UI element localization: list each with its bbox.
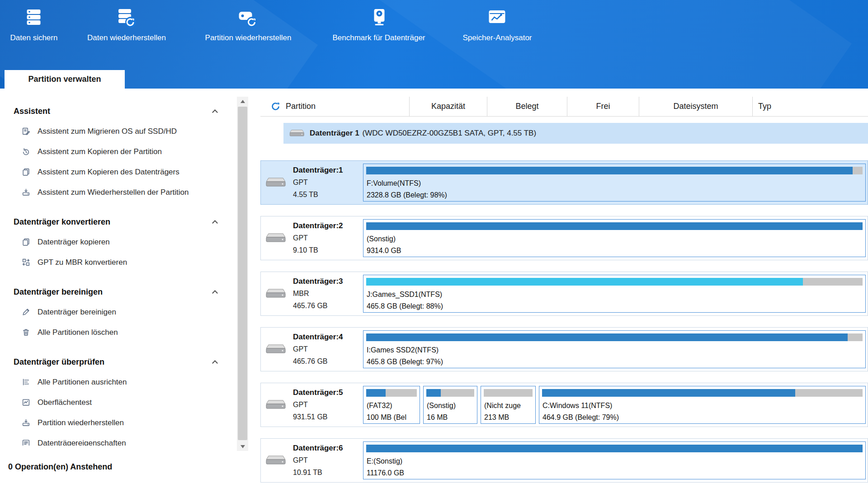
disk-row-6[interactable]: Datenträger:6 GPT 10.91 TB E:(Sonstig) 1…	[260, 438, 868, 483]
sidebar-item-copy-disk[interactable]: Datenträger kopieren	[0, 232, 237, 252]
partition-j-games-ssd1[interactable]: J:Games_SSD1(NTFS) 465.8 GB (Belegt: 88%…	[363, 275, 866, 313]
scrollbar-down-button[interactable]	[237, 442, 248, 451]
hdd-icon	[265, 455, 286, 466]
column-header-typ: Typ	[753, 97, 868, 116]
hdd-icon	[265, 177, 286, 188]
sidebar-scrollbar[interactable]	[237, 97, 248, 451]
section-header-ueberpruefen[interactable]: Datenträger überprüfen	[0, 352, 237, 372]
partition-i-games-ssd2[interactable]: I:Games SSD2(NTFS) 465.8 GB (Belegt: 97%…	[363, 330, 866, 368]
disk-row-2[interactable]: Datenträger:2 GPT 9.10 TB (Sonstig) 9314…	[260, 216, 868, 260]
usage-bar	[426, 389, 474, 397]
partition-label: J:Games_SSD1(NTFS)	[363, 289, 865, 300]
partition-label: (FAT32)	[363, 400, 420, 412]
section-header-konvertieren[interactable]: Datenträger konvertieren	[0, 212, 237, 232]
section-title: Datenträger überprüfen	[14, 357, 104, 366]
sidebar-item-label: Datenträger bereinigen	[38, 308, 116, 317]
section-header-bereinigen[interactable]: Datenträger bereinigen	[0, 282, 237, 302]
disk-row-1[interactable]: Datenträger:1 GPT 4.55 TB F:Volume(NTFS)…	[260, 160, 868, 205]
partition-sonstig-16mb[interactable]: (Sonstig) 16 MB	[423, 386, 477, 424]
ribbon-item-benchmark[interactable]: Benchmark für Datenträger	[332, 5, 425, 42]
scrollbar-up-button[interactable]	[237, 97, 248, 106]
sidebar-item-gpt-zu-mbr[interactable]: GPT zu MBR konvertieren	[0, 252, 237, 272]
chevron-up-icon	[212, 290, 218, 296]
disk-meta: Datenträger:6 GPT 10.91 TB	[293, 439, 356, 482]
sidebar-item-surface-test[interactable]: Oberflächentest	[0, 392, 237, 413]
disk-row-4[interactable]: Datenträger:4 GPT 465.76 GB I:Games SSD2…	[260, 327, 868, 371]
surface-test-icon	[21, 398, 31, 407]
disk-partition-table: MBR	[293, 287, 356, 300]
disk-size: 9.10 TB	[293, 244, 356, 256]
sidebar-item-recover-partition-wizard[interactable]: Assistent zum Wiederherstellen der Parti…	[0, 182, 237, 202]
chevron-up-icon	[212, 360, 218, 366]
align-icon	[21, 378, 31, 386]
column-header-kapazitaet: Kapazität	[410, 97, 487, 116]
partition-fat32[interactable]: (FAT32) 100 MB (Bel	[363, 386, 420, 424]
partition-label: I:Games SSD2(NTFS)	[363, 344, 865, 356]
sidebar-item-label: Alle Partitionen löschen	[38, 328, 118, 337]
column-header-frei: Frei	[567, 97, 639, 116]
disk-summary-details: (WDC WD50EZRZ-00GZ5B1 SATA, GPT, 4.55 TB…	[363, 129, 536, 138]
disk-partition-table: GPT	[293, 454, 356, 466]
usage-bar	[366, 167, 863, 174]
disk-meta: Datenträger:3 MBR 465.76 GB	[293, 272, 356, 315]
disk-partition-table: GPT	[293, 343, 356, 355]
hdd-icon	[289, 129, 304, 137]
disk-name: Datenträger:1	[293, 164, 356, 176]
ribbon-item-partition-wiederherstellen[interactable]: Partition wiederherstellen	[205, 5, 292, 42]
partition-info: 464.9 GB (Belegt: 79%)	[539, 412, 865, 423]
partition-f-volume[interactable]: F:Volume(NTFS) 2328.8 GB (Belegt: 98%)	[363, 164, 866, 202]
partition-info: 9314.0 GB	[363, 245, 865, 257]
refresh-button[interactable]	[269, 101, 281, 113]
disk-name: Datenträger:6	[293, 442, 356, 454]
partition-unallocated[interactable]: (Nicht zuge 213 MB	[481, 386, 536, 424]
sidebar-item-label: Assistent zum Kopieren der Partition	[38, 147, 162, 156]
column-header-partition: Partition	[260, 97, 410, 116]
disk-partition-table: GPT	[293, 232, 356, 244]
ribbon-item-speicher-analysator[interactable]: Speicher-Analysator	[462, 5, 532, 42]
ribbon-item-daten-sichern[interactable]: Daten sichern	[10, 5, 58, 42]
properties-icon	[21, 439, 31, 446]
usage-bar	[484, 389, 533, 397]
usage-bar	[542, 389, 863, 397]
sidebar-item-copy-partition-wizard[interactable]: Assistent zum Kopieren der Partition	[0, 141, 237, 162]
sidebar-item-wipe-disk[interactable]: Datenträger bereinigen	[0, 302, 237, 322]
partition-info: 213 MB	[481, 412, 535, 423]
sidebar-item-label: Alle Partitionen ausrichten	[38, 378, 127, 387]
section-header-assistent[interactable]: Assistent	[0, 101, 237, 121]
usage-bar	[366, 333, 863, 341]
space-analyzer-icon	[462, 5, 532, 32]
sidebar-item-delete-all-partitions[interactable]: Alle Partitionen löschen	[0, 322, 237, 343]
wipe-icon	[21, 308, 31, 316]
partition-label: F:Volume(NTFS)	[363, 178, 865, 189]
disk-summary-row[interactable]: Datenträger 1 (WDC WD50EZRZ-00GZ5B1 SATA…	[283, 123, 868, 144]
disk-name: Datenträger:4	[293, 331, 356, 343]
copy-icon	[21, 238, 31, 246]
disk-row-5[interactable]: Datenträger:5 GPT 931.51 GB (FAT32) 100 …	[260, 383, 868, 427]
sidebar-item-disk-properties[interactable]: Datenträgereigenschaften	[0, 433, 237, 446]
disk-size: 465.76 GB	[293, 300, 356, 312]
pending-operations[interactable]: 0 Operation(en) Anstehend	[0, 446, 237, 488]
scrollbar-thumb[interactable]	[238, 107, 247, 440]
ribbon-item-daten-wiederherstellen[interactable]: Daten wiederherstellen	[87, 5, 166, 42]
partition-label: (Sonstig)	[424, 400, 477, 412]
partition-info: 2328.8 GB (Belegt: 98%)	[363, 189, 865, 201]
sidebar-item-label: GPT zu MBR konvertieren	[38, 258, 127, 267]
disk-summary-name: Datenträger 1	[310, 129, 359, 138]
sidebar-item-copy-disk-wizard[interactable]: Assistent zum Kopieren des Datenträgers	[0, 162, 237, 182]
disk-meta: Datenträger:5 GPT 931.51 GB	[293, 383, 356, 427]
tab-partition-verwalten[interactable]: Partition verwalten	[5, 70, 125, 89]
sidebar: Assistent Assistent zum Migrieren OS auf…	[0, 89, 237, 488]
disk-size: 931.51 GB	[293, 411, 356, 423]
sidebar-scroll-area: Assistent Assistent zum Migrieren OS auf…	[0, 89, 237, 446]
top-ribbon: Daten sichern Daten wiederherstellen	[0, 0, 868, 89]
sidebar-item-migrate-os[interactable]: Assistent zum Migrieren OS auf SSD/HD	[0, 121, 237, 141]
sidebar-item-restore-partition[interactable]: Partition wiederherstellen	[0, 413, 237, 433]
partition-e-sonstig[interactable]: E:(Sonstig) 11176.0 GB	[363, 441, 866, 479]
partition-sonstig[interactable]: (Sonstig) 9314.0 GB	[363, 219, 866, 257]
restore-partition-icon	[205, 5, 292, 32]
sidebar-item-align-partitions[interactable]: Alle Partitionen ausrichten	[0, 372, 237, 392]
usage-bar	[366, 278, 863, 286]
disk-row-3[interactable]: Datenträger:3 MBR 465.76 GB J:Games_SSD1…	[260, 272, 868, 316]
partition-c-windows-11[interactable]: C:Windows 11(NTFS) 464.9 GB (Belegt: 79%…	[539, 386, 866, 424]
sidebar-item-label: Oberflächentest	[38, 398, 92, 407]
